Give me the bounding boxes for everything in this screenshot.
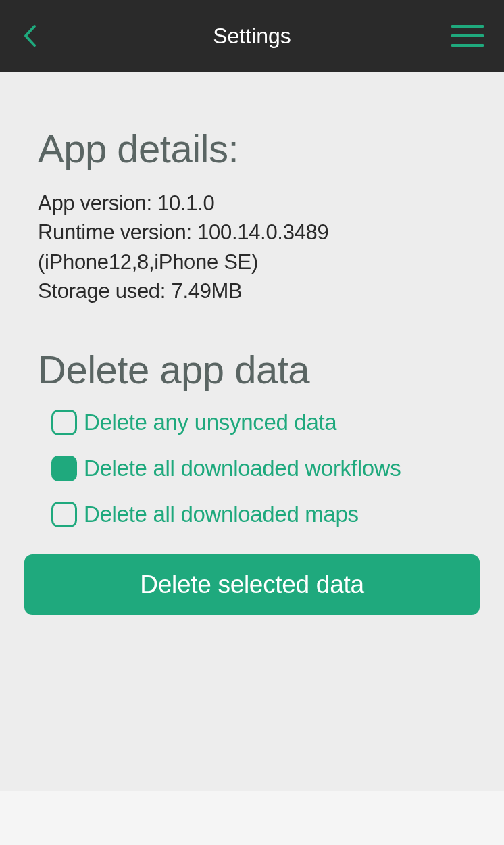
storage-used-text: Storage used: 7.49MB [38,276,466,306]
app-details-section: App details: App version: 10.1.0 Runtime… [38,126,466,306]
runtime-version-text-2: (iPhone12,8,iPhone SE) [38,247,466,276]
delete-selected-button[interactable]: Delete selected data [24,554,480,615]
checkbox-row-unsynced[interactable]: Delete any unsynced data [38,410,466,435]
checkbox-row-workflows[interactable]: Delete all downloaded workflows [38,456,466,481]
checkbox-row-maps[interactable]: Delete all downloaded maps [38,502,466,527]
checkbox-maps[interactable] [51,502,77,527]
delete-data-heading: Delete app data [38,347,466,392]
bottom-spacer [0,791,504,845]
checkbox-label-workflows: Delete all downloaded workflows [84,456,401,481]
page-title: Settings [213,24,291,49]
runtime-version-text-1: Runtime version: 100.14.0.3489 [38,218,466,247]
app-header: Settings [0,0,504,72]
back-icon[interactable] [20,22,39,49]
checkbox-label-maps: Delete all downloaded maps [84,502,359,527]
delete-data-section: Delete app data Delete any unsynced data… [38,347,466,615]
main-content: App details: App version: 10.1.0 Runtime… [0,72,504,791]
checkbox-label-unsynced: Delete any unsynced data [84,410,336,435]
hamburger-menu-icon[interactable] [451,22,484,49]
checkbox-workflows[interactable] [51,456,77,481]
checkbox-unsynced[interactable] [51,410,77,435]
app-details-heading: App details: [38,126,466,171]
app-version-text: App version: 10.1.0 [38,189,466,218]
